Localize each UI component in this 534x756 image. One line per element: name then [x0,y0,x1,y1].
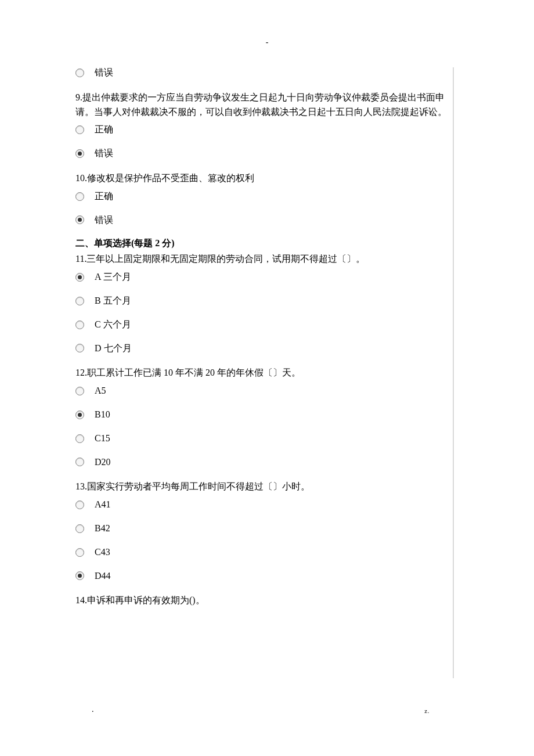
radio-unselected-icon [75,387,84,395]
q12-option-c[interactable]: C15 [75,433,459,445]
radio-unselected-icon [75,192,84,201]
q11-option-a[interactable]: A 三个月 [75,271,459,283]
right-margin-rule [453,67,454,678]
radio-selected-icon [75,571,84,580]
radio-unselected-icon [75,501,84,509]
option-label: 正确 [95,124,113,136]
option-label: 错误 [95,67,113,79]
q11-option-b[interactable]: B 五个月 [75,295,459,307]
option-label: D20 [95,456,111,469]
option-label: 正确 [95,190,113,203]
q11-option-d[interactable]: D 七个月 [75,343,459,355]
q14-text: 14.申诉和再申诉的有效期为()。 [75,593,459,608]
footer-z: z. [424,707,430,714]
radio-unselected-icon [75,125,84,134]
q11-text: 11.三年以上固定期限和无固定期限的劳动合同，试用期不得超过〔〕。 [75,252,459,267]
q10-text: 10.修改权是保护作品不受歪曲、篡改的权利 [75,171,459,186]
q13-option-a[interactable]: A41 [75,499,459,511]
q12-option-d[interactable]: D20 [75,456,459,469]
radio-selected-icon [75,215,84,224]
radio-unselected-icon [75,297,84,305]
radio-unselected-icon [75,321,84,329]
radio-unselected-icon [75,69,84,77]
q13-text: 13.国家实行劳动者平均每周工作时间不得超过〔〕小时。 [75,480,459,494]
footer-dot: . [92,705,94,714]
option-label: A5 [95,385,106,397]
q13-option-b[interactable]: B42 [75,523,459,535]
q11-option-c[interactable]: C 六个月 [75,319,459,331]
content-area: 错误 9.提出仲裁要求的一方应当自劳动争议发生之日起九十日向劳动争议仲裁委员会提… [75,67,459,608]
option-label: C43 [95,546,110,559]
option-label: 错误 [95,214,113,226]
q13-option-d[interactable]: D44 [75,570,459,582]
option-label: B 五个月 [95,295,131,307]
option-label: C15 [95,433,110,445]
radio-unselected-icon [75,434,84,443]
option-label: A 三个月 [95,271,131,283]
option-label: A41 [95,499,111,511]
option-label: D44 [95,570,111,582]
option-label: D 七个月 [95,343,132,355]
q10-option-false[interactable]: 错误 [75,214,459,226]
radio-unselected-icon [75,524,84,533]
q12-option-b[interactable]: B10 [75,409,459,421]
radio-selected-icon [75,149,84,158]
q10-option-true[interactable]: 正确 [75,190,459,203]
radio-selected-icon [75,411,84,419]
q9-option-true[interactable]: 正确 [75,124,459,136]
radio-unselected-icon [75,458,84,466]
option-label: C 六个月 [95,319,131,331]
radio-selected-icon [75,273,84,282]
q13-option-c[interactable]: C43 [75,546,459,559]
q9-text: 9.提出仲裁要求的一方应当自劳动争议发生之日起九十日向劳动争议仲裁委员会提出书面… [75,91,459,120]
q12-text: 12.职工累计工作已满 10 年不满 20 年的年休假〔〕天。 [75,366,459,380]
q12-option-a[interactable]: A5 [75,385,459,397]
q9-option-false[interactable]: 错误 [75,147,459,160]
radio-unselected-icon [75,548,84,557]
option-label: 错误 [95,147,113,160]
page-top-mark: - [266,38,269,47]
option-label: B42 [95,523,110,535]
radio-unselected-icon [75,344,84,352]
q8-option-false[interactable]: 错误 [75,67,459,79]
option-label: B10 [95,409,110,421]
section-2-heading: 二、单项选择(每题 2 分) [75,237,459,250]
